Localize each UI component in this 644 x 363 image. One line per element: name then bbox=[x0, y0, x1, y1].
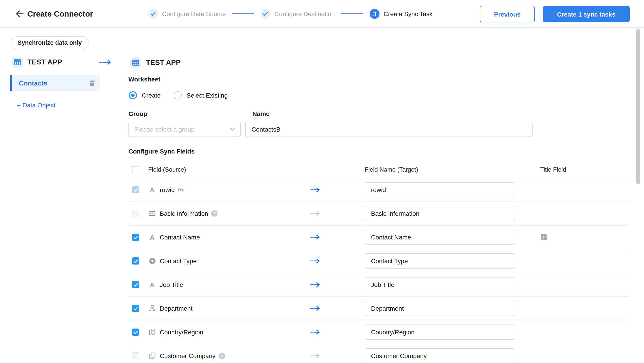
field-target-input[interactable] bbox=[365, 253, 515, 268]
name-input[interactable] bbox=[245, 122, 532, 137]
table-row: A Job Title bbox=[128, 273, 629, 297]
row-checkbox[interactable] bbox=[132, 257, 139, 264]
select-all-checkbox[interactable] bbox=[132, 166, 139, 173]
vertical-scrollbar-thumb[interactable] bbox=[636, 29, 640, 184]
step-connector bbox=[232, 14, 254, 14]
field-source-label: Contact Type bbox=[160, 257, 197, 264]
field-target-input[interactable] bbox=[365, 206, 515, 221]
field-source-label: Country/Region bbox=[160, 328, 204, 336]
table-row: Customer Company bbox=[128, 344, 629, 363]
row-checkbox bbox=[132, 210, 139, 217]
sync-arrow-icon bbox=[310, 306, 320, 311]
field-target-input[interactable] bbox=[365, 301, 515, 316]
table-body: A rowid Basic Information bbox=[128, 178, 629, 363]
text-field-icon: A bbox=[148, 186, 156, 193]
previous-button[interactable]: Previous bbox=[480, 6, 535, 22]
step-configure-destination: Configure Destination bbox=[261, 9, 335, 19]
field-source-cell: Job Title bbox=[160, 281, 183, 288]
sync-arrow-icon bbox=[310, 211, 320, 216]
field-target-input[interactable] bbox=[365, 182, 515, 198]
primary-key-icon bbox=[178, 187, 185, 192]
field-source-cell: Customer Company bbox=[160, 352, 225, 360]
row-checkbox bbox=[132, 352, 139, 360]
step-number-badge: 3 bbox=[370, 9, 380, 19]
back-arrow-icon[interactable] bbox=[15, 10, 24, 18]
header-field-target: Field Name (Target) bbox=[365, 166, 418, 173]
field-source-cell: Contact Type bbox=[160, 257, 197, 264]
field-source-cell: Country/Region bbox=[160, 328, 204, 336]
sync-arrow-icon bbox=[310, 258, 320, 264]
sync-arrow-icon bbox=[310, 353, 320, 358]
main-app-row: TEST APP bbox=[130, 57, 180, 68]
radio-create[interactable] bbox=[129, 91, 137, 99]
trash-icon[interactable] bbox=[89, 80, 95, 86]
add-data-object-link[interactable]: + Data Object bbox=[17, 102, 56, 109]
step-label: Configure Destination bbox=[274, 10, 335, 18]
header-title-field: Title Field bbox=[540, 166, 566, 173]
select-field-icon bbox=[148, 258, 156, 264]
text-field-icon: A bbox=[148, 234, 156, 240]
field-source-cell: Department bbox=[160, 305, 192, 312]
worksheet-radio-group: Create Select Existing bbox=[129, 91, 228, 99]
map-icon bbox=[148, 328, 156, 336]
sync-arrow-icon bbox=[310, 282, 320, 287]
help-icon[interactable] bbox=[218, 353, 225, 359]
department-icon bbox=[148, 305, 156, 312]
step-configure-data-source: Configure Data Source bbox=[148, 9, 226, 19]
help-icon[interactable] bbox=[211, 210, 218, 217]
table-row: Department bbox=[128, 297, 629, 320]
text-field-icon: A bbox=[148, 281, 156, 288]
section-icon bbox=[148, 210, 156, 217]
sidebar-item-contacts[interactable]: Contacts bbox=[10, 75, 100, 91]
synchronize-data-only-pill[interactable]: Synchronize data only bbox=[11, 36, 88, 49]
step-connector bbox=[341, 14, 364, 14]
row-checkbox[interactable] bbox=[132, 281, 139, 288]
group-label: Group bbox=[128, 110, 147, 117]
field-target-input[interactable] bbox=[365, 230, 515, 245]
main-app-name: TEST APP bbox=[146, 59, 180, 67]
sync-arrow-icon bbox=[310, 234, 320, 240]
page-title: Create Connector bbox=[27, 0, 93, 28]
step-label: Create Sync Task bbox=[384, 10, 432, 18]
step-done-check-icon bbox=[261, 9, 270, 19]
step-label: Configure Data Source bbox=[162, 10, 226, 18]
field-target-input[interactable] bbox=[365, 348, 515, 363]
group-select[interactable]: Please select a group bbox=[128, 122, 241, 137]
field-target-input[interactable] bbox=[365, 324, 515, 340]
sync-arrow-icon bbox=[310, 187, 320, 192]
sidebar-item-label: Contacts bbox=[19, 79, 89, 87]
row-checkbox[interactable] bbox=[132, 305, 139, 312]
table-row: A Contact Name bbox=[128, 226, 629, 249]
field-source-label: Basic Information bbox=[160, 210, 208, 217]
dashed-arrow-icon bbox=[99, 59, 111, 65]
step-create-sync-task: 3 Create Sync Task bbox=[370, 9, 432, 19]
sidebar-app-name: TEST APP bbox=[27, 58, 99, 66]
radio-select-existing[interactable] bbox=[174, 91, 182, 99]
field-source-cell: rowid bbox=[160, 186, 185, 193]
radio-select-existing-label: Select Existing bbox=[186, 92, 228, 99]
table-header-row: Field (Source) Field Name (Target) Title… bbox=[128, 161, 629, 178]
sync-arrow-icon bbox=[310, 330, 320, 335]
table-grid-icon bbox=[12, 57, 23, 68]
field-source-cell: Contact Name bbox=[160, 234, 200, 241]
sidebar-app-row: TEST APP bbox=[12, 57, 111, 68]
row-checkbox[interactable] bbox=[132, 234, 139, 241]
table-row: Contact Type bbox=[128, 249, 629, 273]
chevron-down-icon bbox=[230, 128, 235, 131]
field-source-label: Job Title bbox=[160, 281, 183, 288]
row-checkbox[interactable] bbox=[132, 328, 139, 336]
header-field-source: Field (Source) bbox=[148, 166, 186, 173]
step-done-check-icon bbox=[148, 9, 158, 19]
table-row: Basic Information bbox=[128, 202, 629, 226]
create-sync-tasks-button[interactable]: Create 1 sync tasks bbox=[543, 6, 630, 22]
field-target-input[interactable] bbox=[365, 277, 515, 292]
table-row: A rowid bbox=[128, 178, 629, 202]
group-select-placeholder: Please select a group bbox=[134, 126, 230, 133]
title-field-badge[interactable] bbox=[540, 234, 547, 240]
stepper: Configure Data Source Configure Destinat… bbox=[148, 0, 432, 28]
create-connector-page: Create Connector Configure Data Source C… bbox=[0, 0, 644, 363]
field-source-cell: Basic Information bbox=[160, 210, 218, 217]
table-grid-icon bbox=[130, 57, 141, 68]
field-source-label: rowid bbox=[160, 186, 175, 193]
top-bar: Create Connector Configure Data Source C… bbox=[0, 0, 644, 28]
